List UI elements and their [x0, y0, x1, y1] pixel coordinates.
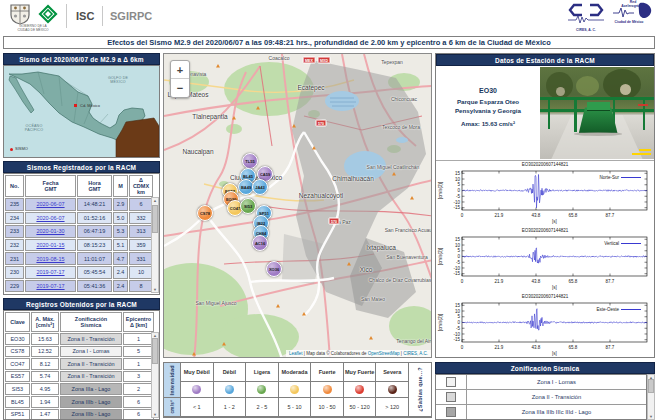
seismogram-plot: 151050-5-10-15021.943.865.887.7[s][cm/s(…: [436, 168, 654, 224]
city-map[interactable]: + − CoacalcoBuenavistaTepexpanEcatepecLó…: [163, 53, 432, 358]
svg-text:-5: -5: [456, 326, 460, 331]
scroll-up-icon[interactable]: ▲: [153, 198, 157, 203]
map-zoom-control[interactable]: + −: [170, 60, 190, 98]
seismogram-title: EO3020200607144821: [436, 227, 654, 234]
intensity-label-moderada: Moderada: [279, 363, 311, 381]
sismo-no: 235: [5, 198, 24, 211]
road-shield: 570: [329, 218, 340, 225]
svg-text:0: 0: [461, 279, 464, 284]
svg-text:[cm/s(2)]: [cm/s(2)]: [438, 314, 443, 332]
map-label-chimalhuac-n: Chimalhuacán: [332, 175, 374, 182]
sismo-no: 234: [5, 212, 24, 225]
svg-text:5: 5: [457, 248, 460, 253]
sismo-date-link[interactable]: 2019-07-17: [25, 280, 76, 293]
scroll-thumb[interactable]: [648, 379, 654, 393]
registro-amax: 1.47: [31, 409, 59, 420]
scroll-down-icon[interactable]: ▼: [649, 414, 653, 419]
registros-scrollbar[interactable]: ▲ ▼: [151, 332, 159, 418]
sismo-date-link[interactable]: 2019-07-17: [25, 266, 76, 279]
intensity-dot-severa: [388, 385, 397, 394]
seismogram-title: EO3020200607144821: [436, 161, 654, 168]
svg-text:0: 0: [457, 188, 460, 193]
map-label-chalco-de-d-az-covarrubias: Chalco de Díaz Covarrubias: [369, 277, 432, 283]
registro-clave[interactable]: EO30: [5, 333, 30, 345]
col-hora: Hora GMT: [77, 175, 112, 197]
registro-amax: 1.94: [31, 396, 59, 408]
registro-clave[interactable]: BL45: [5, 396, 30, 408]
sismo-hora: 06:47:19: [77, 225, 112, 238]
sismos-table-header: Sismos Registrados por la RACM: [3, 161, 160, 173]
map-label-ecatepec: Ecatepec: [297, 84, 324, 91]
sabias-que-link[interactable]: ¿Sabías que...?: [409, 363, 431, 416]
road-shield: 570: [316, 120, 327, 127]
registro-clave[interactable]: SP51: [5, 409, 30, 420]
intensity-dot-fuerte: [323, 385, 332, 394]
intensity-dot-cell: [311, 382, 343, 397]
station-marker-cs78[interactable]: CS78: [197, 205, 213, 221]
cires-logo: CIRES, A. C.: [566, 2, 606, 32]
leaflet-link[interactable]: Leaflet: [289, 351, 303, 356]
zone-iii-swatch: [446, 407, 456, 417]
registro-epi: 2: [123, 383, 154, 395]
sismos-table: No. Fecha GMT Hora GMT M Δ CDMX km 235 2…: [3, 173, 160, 295]
intensity-dot-muy-fuerte: [355, 385, 364, 394]
sismo-hora: 05:41:36: [77, 280, 112, 293]
sismos-scrollbar[interactable]: ▲ ▼: [151, 197, 159, 293]
intensity-dot-debil: [225, 385, 234, 394]
sismo-dist: 6: [129, 198, 153, 211]
sgirpc-logo: SGIRPC: [110, 10, 152, 22]
station-marker-ja43[interactable]: JA43: [252, 179, 268, 195]
map-label-texcoco-de-mora: Texcoco de Mora: [382, 124, 420, 130]
cires-link[interactable]: CIRES, A.C.: [403, 351, 428, 356]
svg-text:21.9: 21.9: [495, 279, 504, 284]
zoom-out-button[interactable]: −: [171, 79, 189, 96]
header-divider-1: [66, 4, 67, 28]
sismo-hora: 05:45:54: [77, 266, 112, 279]
registro-clave[interactable]: ES57: [5, 371, 30, 383]
station-marker-si53[interactable]: SI53: [240, 198, 256, 214]
intensity-label-severa: Severa: [376, 363, 408, 381]
map-label-san-francisco-acuautla: San Francisco Acuautla: [385, 227, 432, 233]
zoom-in-button[interactable]: +: [171, 61, 189, 79]
seismogram-plot: 151050-5-10-15021.943.865.887.7[s][cm/s(…: [436, 234, 654, 290]
zone-i-label: Zona I - Lomas: [467, 375, 646, 389]
golfo-label: GOLFO DE MÉXICO: [100, 76, 136, 85]
station-marker-tl55[interactable]: TL55: [242, 153, 258, 169]
registro-clave[interactable]: CS78: [5, 346, 30, 358]
registro-zona: Zona IIIb - Lago: [60, 396, 122, 408]
station-address: Pensylvania y Georgia: [436, 106, 540, 115]
zone-iii-label: Zona IIIa IIIb IIIc IIId - Lago: [467, 405, 646, 419]
sismo-date-link[interactable]: 2020-01-15: [25, 239, 76, 252]
registro-amax: 4.95: [31, 383, 59, 395]
intensity-label-muy-debil: Muy Débil: [181, 363, 213, 381]
scroll-thumb[interactable]: [152, 205, 158, 233]
scroll-down-icon[interactable]: ▼: [153, 287, 157, 292]
svg-text:0: 0: [457, 254, 460, 259]
osm-link[interactable]: OpenStreetMap: [368, 351, 400, 356]
svg-text:[cm/s(2)]: [cm/s(2)]: [438, 182, 443, 200]
scroll-thumb[interactable]: [152, 338, 158, 364]
zonificacion-scrollbar[interactable]: ▲ ▼: [647, 374, 655, 420]
registro-epi: 1: [123, 333, 154, 345]
sismo-date-link[interactable]: 2020-06-07: [25, 198, 76, 211]
station-info: EO30 Parque Esparza Oteo Pensylvania y G…: [436, 66, 654, 161]
seismogram-title: EO3020200607144821: [436, 293, 654, 300]
svg-text:[s]: [s]: [552, 219, 557, 224]
map-label-tepexpan: Tepexpan: [381, 59, 403, 65]
station-marker-ac16[interactable]: AC16: [252, 235, 268, 251]
svg-text:Este-Oeste: Este-Oeste: [596, 307, 619, 312]
sismo-date-link[interactable]: 2020-01-30: [25, 225, 76, 238]
col-amax: A. Máx. [cm/s²]: [31, 312, 59, 332]
sismo-date-link[interactable]: 2019-08-15: [25, 252, 76, 265]
station-marker-xo36[interactable]: XO36: [266, 261, 282, 277]
svg-text:10: 10: [455, 177, 461, 182]
registro-epi: 6: [123, 396, 154, 408]
registro-clave[interactable]: SI53: [5, 383, 30, 395]
road-shield: MXD: [318, 57, 331, 64]
scroll-down-icon[interactable]: ▼: [153, 412, 157, 417]
svg-text:87.7: 87.7: [606, 345, 615, 350]
sismo-date-link[interactable]: 2020-06-07: [25, 212, 76, 225]
registro-clave[interactable]: CO47: [5, 358, 30, 370]
registro-amax: 5.74: [31, 371, 59, 383]
intensity-dot-cell: [376, 382, 408, 397]
